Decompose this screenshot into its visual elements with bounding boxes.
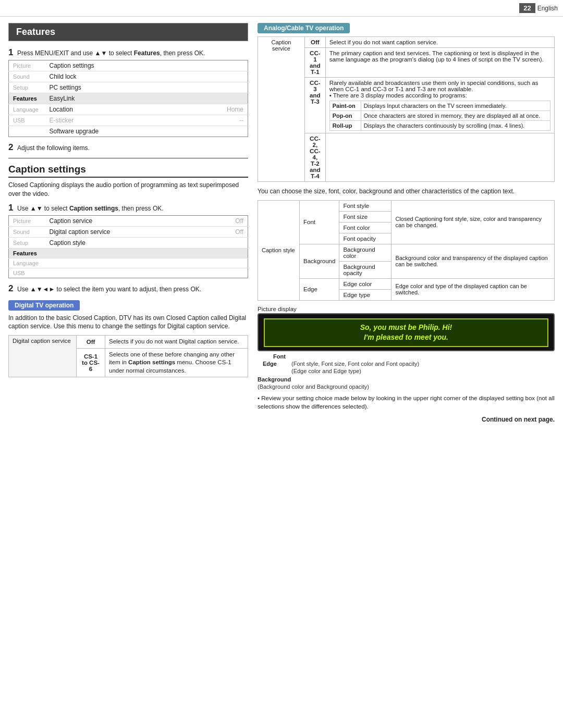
menu-col-left: USB	[9, 115, 45, 126]
menu-row: Picture Caption settings	[9, 60, 248, 71]
menu-row: Setup PC settings	[9, 82, 248, 93]
cc-code: CC-2, CC-4, T-2 and T-4	[305, 133, 326, 182]
diagram-bg-row: Background	[258, 376, 555, 382]
menu-row: Language Location Home	[9, 104, 248, 115]
menu-col-mid: EasyLink	[45, 93, 139, 104]
caption-step-2-number: 2	[8, 283, 13, 293]
caption-settings-desc: Closed Captioning displays the audio por…	[8, 181, 248, 199]
digital-tv-desc: In addition to the basic Closed Caption,…	[8, 314, 248, 331]
sub-desc: Once characters are stored in memory, th…	[361, 111, 550, 121]
menu-row: USB E-sticker --	[9, 115, 248, 126]
cs-item: Edge color	[339, 278, 391, 289]
cs-item: Edge type	[339, 289, 391, 300]
menu-col-left: Features	[9, 93, 45, 104]
continued-text: Continued on next page.	[258, 416, 555, 423]
step-1-number: 1	[8, 47, 13, 57]
features-title: Features	[9, 23, 248, 41]
menu-col-left: Features	[9, 248, 45, 258]
cs-desc: Edge color and type of the displayed cap…	[391, 278, 555, 300]
bullet-note: • Review your setting choice made below …	[258, 394, 555, 411]
menu-col-mid: Caption service	[45, 215, 139, 226]
diagram-bg2-row: (Background color and Background opacity…	[258, 384, 555, 390]
step-1-text: Press MENU/EXIT and use ▲▼ to select Fea…	[17, 50, 205, 57]
dcs-desc: Selects one of these before changing any…	[105, 348, 248, 377]
cs-item: Font size	[339, 211, 391, 222]
step-2-number: 2	[8, 142, 13, 152]
tv-line2: I'm pleased to meet you.	[364, 333, 448, 341]
analog-cable-label: Analog/Cable TV operation	[258, 23, 350, 33]
picture-display-label: Picture display	[258, 306, 555, 312]
page-header: 22 English	[0, 0, 563, 17]
menu-col-left: USB	[9, 268, 45, 278]
menu-col-left	[9, 126, 45, 137]
menu-col-mid	[45, 258, 139, 268]
features-box: Features	[8, 23, 248, 41]
analog-cable-table: Caption service Off Select if you do not…	[258, 36, 555, 182]
menu-col-mid: Child lock	[45, 71, 139, 82]
caption-service-label: Caption service	[258, 37, 305, 182]
menu-row: Setup Caption style	[9, 237, 248, 248]
menu-col-left: Setup	[9, 237, 45, 248]
menu-col-right	[139, 237, 248, 248]
cs-desc: Background color and transparency of the…	[391, 244, 555, 278]
cs-row: Background Background color Background c…	[258, 244, 555, 261]
menu-col-left: Sound	[9, 226, 45, 237]
sub-row: Pop-on Once characters are stored in mem…	[329, 111, 550, 121]
menu-row: USB	[9, 268, 248, 278]
cs-desc: Closed Captioning font style, size, colo…	[391, 200, 555, 244]
cc-code: CC-1 and T-1	[305, 48, 326, 78]
diagram-font-row: Font	[258, 353, 555, 360]
menu-col-left: Sound	[9, 71, 45, 82]
menu-row: Software upgrade	[9, 126, 248, 137]
menu-col-mid: E-sticker	[45, 115, 139, 126]
cs-row: Edge Edge color Edge color and type of t…	[258, 278, 555, 289]
caption-style-intro: You can choose the size, font, color, ba…	[258, 187, 555, 196]
menu-col-mid: Location	[45, 104, 139, 115]
digital-tv-label: Digital TV operation	[8, 300, 80, 311]
dcs-val: CS-1 to CS-6	[77, 348, 105, 377]
menu-col-right	[139, 126, 248, 137]
page-language: English	[537, 5, 558, 12]
menu-col-left: Setup	[9, 82, 45, 93]
caption-step-1-number: 1	[8, 203, 13, 213]
menu-col-right	[139, 71, 248, 82]
diagram-edge-label: Edge	[263, 361, 291, 367]
menu-col-right: Home	[139, 104, 248, 115]
dcs-row: Digital caption service Off Selects if y…	[9, 336, 248, 349]
diagram-labels: Font Edge (Font style, Font size, Font c…	[258, 353, 555, 390]
ac-row: Caption service Off Select if you do not…	[258, 37, 555, 48]
sub-row: Roll-up Displays the characters continuo…	[329, 121, 550, 131]
caption-style-table: Caption style Font Font style Closed Cap…	[258, 200, 555, 301]
menu-col-left: Picture	[9, 60, 45, 71]
tv-line1: So, you must be Philip. Hi!	[360, 323, 452, 331]
cs-row: Caption style Font Font style Closed Cap…	[258, 200, 555, 211]
diagram-font-label: Font	[273, 353, 286, 360]
diagram-edge-desc: (Font style, Font size, Font color and F…	[291, 361, 419, 367]
cs-group: Background	[300, 244, 339, 278]
diagram-bg-label: Background	[258, 376, 291, 382]
menu-col-right	[139, 268, 248, 278]
menu-col-right: Off	[139, 226, 248, 237]
menu-col-right	[139, 258, 248, 268]
tv-caption-text: So, you must be Philip. Hi! I'm pleased …	[264, 318, 548, 347]
cs-item: Font color	[339, 222, 391, 233]
cs-item: Font opacity	[339, 233, 391, 244]
menu-row: Language	[9, 258, 248, 268]
step-2: 2 Adjust the following items.	[8, 142, 248, 153]
dcs-val: Off	[77, 336, 105, 349]
diagram-edge2-row: (Edge color and Edge type)	[263, 368, 555, 374]
menu-col-right	[139, 248, 248, 258]
sub-label: Paint-on	[329, 101, 361, 111]
sub-label: Roll-up	[329, 121, 361, 131]
menu-col-right: --	[139, 115, 248, 126]
tv-screen: So, you must be Philip. Hi! I'm pleased …	[258, 313, 555, 351]
step-2-text: Adjust the following items.	[17, 144, 90, 152]
menu-row: Sound Child lock	[9, 71, 248, 82]
menu-col-mid: Software upgrade	[45, 126, 139, 137]
menu-row: Picture Caption service Off	[9, 215, 248, 226]
cc-code: CC-3 and T-3	[305, 78, 326, 133]
menu-col-right	[139, 82, 248, 93]
sub-desc: Displays the characters continuously by …	[361, 121, 550, 131]
caption-settings-title: Caption settings	[8, 164, 248, 178]
dcs-desc: Selects if you do not want Digital capti…	[105, 336, 248, 349]
